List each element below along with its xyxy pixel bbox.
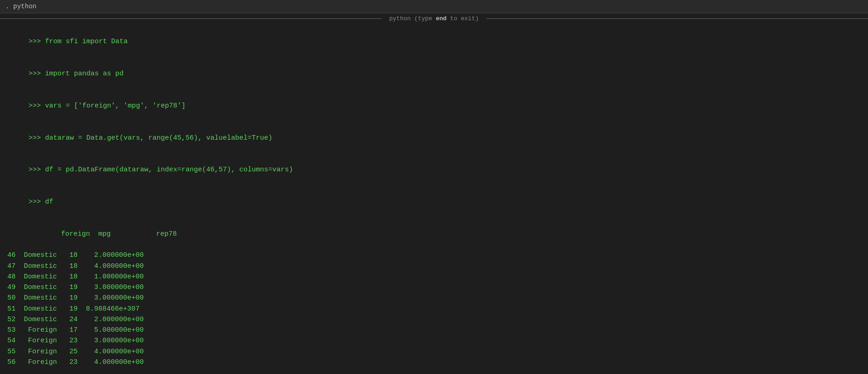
line-5: >>> df = pd.DataFrame(dataraw, index=ran… [4, 154, 864, 186]
divider-text-after: to exit) [446, 15, 479, 22]
line-3: >>> vars = ['foreign', 'mpg', 'rep78'] [4, 90, 864, 122]
title-bar: . python [0, 0, 868, 13]
table-header: foreign mpg rep78 [7, 218, 864, 250]
divider-label: python (type end to exit) [382, 15, 486, 22]
table-row-49: 49 Domestic 19 3.000000e+00 [7, 282, 864, 293]
table-row-52: 52 Domestic 24 2.000000e+00 [7, 314, 864, 325]
divider-keyword: end [436, 15, 446, 22]
line-4: >>> dataraw = Data.get(vars, range(45,56… [4, 122, 864, 154]
prompt-6: >>> [28, 198, 45, 206]
table-row-50: 50 Domestic 19 3.000000e+00 [7, 293, 864, 303]
code-4: dataraw = Data.get(vars, range(45,56), v… [45, 134, 272, 142]
table-row-54: 54 Foreign 23 3.000000e+00 [7, 335, 864, 346]
table-row-51: 51 Domestic 19 8.988466e+307 [7, 304, 864, 314]
title-text: . python [6, 3, 36, 10]
terminal-body: >>> from sfi import Data >>> import pand… [0, 24, 868, 374]
table-row-56: 56 Foreign 23 4.000000e+00 [7, 357, 864, 368]
table-row-47: 47 Domestic 18 4.000000e+00 [7, 261, 864, 272]
code-1: from sfi import Data [45, 38, 128, 45]
prompt-2: >>> [28, 70, 45, 78]
table-row-53: 53 Foreign 17 5.000000e+00 [7, 325, 864, 335]
table-row-46: 46 Domestic 18 2.000000e+00 [7, 250, 864, 261]
table-row-55: 55 Foreign 25 4.000000e+00 [7, 346, 864, 357]
line-6: >>> df [4, 186, 864, 218]
line-1: >>> from sfi import Data [4, 26, 864, 58]
code-6: df [45, 198, 53, 206]
code-5: df = pd.DataFrame(dataraw, index=range(4… [45, 166, 293, 174]
table-header-text: foreign mpg rep78 [40, 230, 177, 238]
dataframe-output: foreign mpg rep78 46 Domestic 18 2.00000… [4, 218, 864, 368]
end-line: >>> end [4, 368, 864, 374]
python-mode-divider: python (type end to exit) [0, 13, 868, 24]
table-row-48: 48 Domestic 18 1.000000e+00 [7, 272, 864, 282]
prompt-3: >>> [28, 102, 45, 110]
code-3: vars = ['foreign', 'mpg', 'rep78'] [45, 102, 186, 110]
divider-text-before: python (type [389, 15, 435, 22]
terminal-window: . python python (type end to exit) >>> f… [0, 0, 868, 374]
prompt-4: >>> [28, 134, 45, 142]
line-2: >>> import pandas as pd [4, 58, 864, 90]
prompt-1: >>> [28, 38, 45, 45]
prompt-5: >>> [28, 166, 45, 174]
code-2: import pandas as pd [45, 70, 124, 78]
